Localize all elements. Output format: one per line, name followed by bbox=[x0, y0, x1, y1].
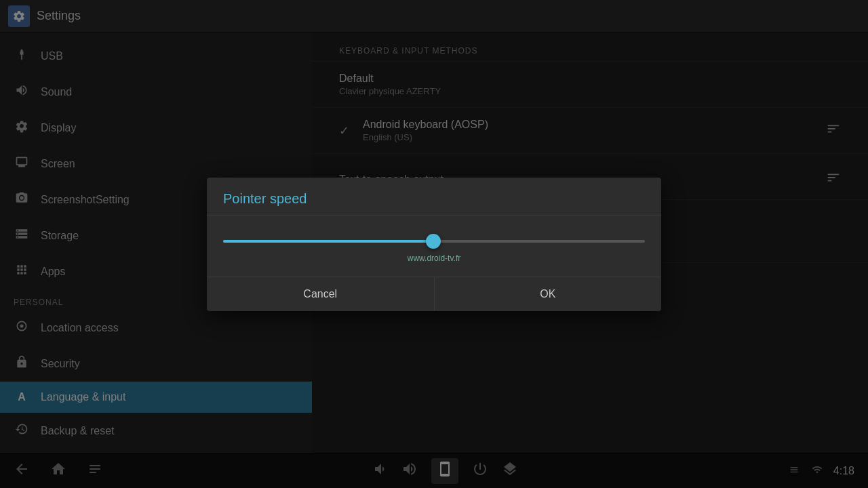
speed-slider-track[interactable] bbox=[223, 240, 645, 243]
dialog-title: Pointer speed bbox=[207, 178, 661, 216]
speed-slider-fill bbox=[223, 240, 434, 243]
speed-slider-thumb[interactable] bbox=[426, 234, 441, 249]
cancel-button[interactable]: Cancel bbox=[207, 277, 435, 311]
ok-button[interactable]: OK bbox=[435, 277, 662, 311]
dialog-overlay: Pointer speed www.droid-tv.fr Cancel OK bbox=[0, 0, 868, 488]
dialog-buttons: Cancel OK bbox=[207, 277, 661, 311]
pointer-speed-dialog: Pointer speed www.droid-tv.fr Cancel OK bbox=[207, 178, 661, 311]
watermark: www.droid-tv.fr bbox=[223, 253, 645, 263]
dialog-body: www.droid-tv.fr bbox=[207, 216, 661, 277]
